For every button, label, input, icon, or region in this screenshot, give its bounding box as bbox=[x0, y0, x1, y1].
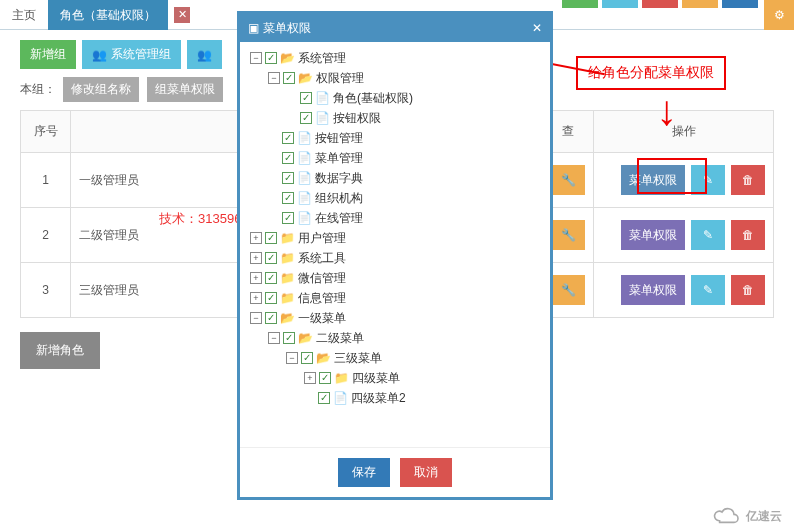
wrench-icon[interactable]: 🔧 bbox=[551, 220, 585, 250]
checkbox[interactable]: ✓ bbox=[300, 112, 312, 124]
folder-open-icon: 📂 bbox=[280, 308, 295, 328]
col-op: 操作 bbox=[594, 111, 774, 153]
rename-group-tag[interactable]: 修改组名称 bbox=[63, 77, 139, 102]
checkbox[interactable]: ✓ bbox=[282, 132, 294, 144]
tree-label[interactable]: 按钮权限 bbox=[333, 108, 381, 128]
group-menu-perm-tag[interactable]: 组菜单权限 bbox=[147, 77, 223, 102]
tree-label[interactable]: 菜单管理 bbox=[315, 148, 363, 168]
expand-icon[interactable]: + bbox=[304, 372, 316, 384]
tree-label[interactable]: 四级菜单2 bbox=[351, 388, 406, 408]
close-icon[interactable]: ✕ bbox=[532, 21, 542, 35]
window-icon: ▣ bbox=[248, 21, 259, 35]
new-role-button[interactable]: 新增角色 bbox=[20, 332, 100, 369]
menu-perm-button[interactable]: 菜单权限 bbox=[621, 275, 685, 305]
tree-label[interactable]: 三级菜单 bbox=[334, 348, 382, 368]
close-icon[interactable]: ✕ bbox=[174, 7, 190, 23]
checkbox[interactable]: ✓ bbox=[265, 272, 277, 284]
checkbox[interactable]: ✓ bbox=[283, 72, 295, 84]
tree-label[interactable]: 组织机构 bbox=[315, 188, 363, 208]
brand-logo: 亿速云 bbox=[710, 506, 782, 526]
checkbox[interactable]: ✓ bbox=[282, 212, 294, 224]
expand-icon[interactable]: + bbox=[250, 292, 262, 304]
folder-open-icon: 📂 bbox=[280, 48, 295, 68]
tab-role[interactable]: 角色（基础权限） bbox=[48, 0, 168, 30]
menu-perm-button[interactable]: 菜单权限 bbox=[621, 220, 685, 250]
checkbox[interactable]: ✓ bbox=[282, 192, 294, 204]
group-button-extra[interactable]: 👥 bbox=[187, 40, 222, 69]
tree-label[interactable]: 四级菜单 bbox=[352, 368, 400, 388]
tree-label[interactable]: 一级菜单 bbox=[298, 308, 346, 328]
checkbox[interactable]: ✓ bbox=[265, 292, 277, 304]
tree-label[interactable]: 系统工具 bbox=[298, 248, 346, 268]
checkbox[interactable]: ✓ bbox=[301, 352, 313, 364]
folder-icon: 📁 bbox=[280, 248, 295, 268]
edit-icon[interactable]: ✎ bbox=[691, 275, 725, 305]
checkbox[interactable]: ✓ bbox=[300, 92, 312, 104]
edit-icon[interactable]: ✎ bbox=[691, 220, 725, 250]
file-icon: 📄 bbox=[297, 188, 312, 208]
dialog-title: 菜单权限 bbox=[263, 20, 311, 37]
folder-open-icon: 📂 bbox=[298, 328, 313, 348]
trash-icon[interactable]: 🗑 bbox=[731, 220, 765, 250]
tree-label[interactable]: 权限管理 bbox=[316, 68, 364, 88]
perm-tree: −✓📂系统管理 −✓📂权限管理 ✓📄角色(基础权限) ✓📄按钮权限 ✓📄按钮管理… bbox=[240, 42, 550, 447]
tree-label[interactable]: 角色(基础权限) bbox=[333, 88, 413, 108]
new-group-button[interactable]: 新增组 bbox=[20, 40, 76, 69]
cloud-icon bbox=[710, 506, 742, 526]
tab-home[interactable]: 主页 bbox=[0, 0, 48, 30]
expand-icon[interactable]: + bbox=[250, 252, 262, 264]
collapse-icon[interactable]: − bbox=[268, 332, 280, 344]
checkbox[interactable]: ✓ bbox=[265, 312, 277, 324]
collapse-icon[interactable]: − bbox=[286, 352, 298, 364]
gear-icon[interactable]: ⚙ bbox=[764, 0, 794, 30]
tree-label[interactable]: 信息管理 bbox=[298, 288, 346, 308]
expand-icon[interactable]: + bbox=[250, 232, 262, 244]
tree-label[interactable]: 按钮管理 bbox=[315, 128, 363, 148]
users-icon: 👥 bbox=[197, 48, 212, 62]
folder-icon: 📁 bbox=[280, 268, 295, 288]
tree-label[interactable]: 系统管理 bbox=[298, 48, 346, 68]
arrow-down-icon: ↓ bbox=[656, 90, 677, 132]
top-color-strip bbox=[560, 0, 760, 10]
checkbox[interactable]: ✓ bbox=[318, 392, 330, 404]
file-icon: 📄 bbox=[315, 88, 330, 108]
save-button[interactable]: 保存 bbox=[338, 458, 390, 487]
folder-open-icon: 📂 bbox=[316, 348, 331, 368]
trash-icon[interactable]: 🗑 bbox=[731, 165, 765, 195]
wrench-icon[interactable]: 🔧 bbox=[551, 165, 585, 195]
file-icon: 📄 bbox=[297, 128, 312, 148]
tree-label[interactable]: 在线管理 bbox=[315, 208, 363, 228]
trash-icon[interactable]: 🗑 bbox=[731, 275, 765, 305]
collapse-icon[interactable]: − bbox=[250, 312, 262, 324]
checkbox[interactable]: ✓ bbox=[282, 152, 294, 164]
sysadmin-group-button[interactable]: 👥系统管理组 bbox=[82, 40, 181, 69]
file-icon: 📄 bbox=[315, 108, 330, 128]
tree-label[interactable]: 微信管理 bbox=[298, 268, 346, 288]
checkbox[interactable]: ✓ bbox=[265, 52, 277, 64]
expand-icon[interactable]: + bbox=[250, 272, 262, 284]
folder-icon: 📁 bbox=[334, 368, 349, 388]
checkbox[interactable]: ✓ bbox=[282, 172, 294, 184]
file-icon: 📄 bbox=[297, 208, 312, 228]
cell-no: 2 bbox=[21, 208, 71, 263]
users-icon: 👥 bbox=[92, 48, 107, 62]
folder-open-icon: 📂 bbox=[298, 68, 313, 88]
tree-label[interactable]: 二级菜单 bbox=[316, 328, 364, 348]
checkbox[interactable]: ✓ bbox=[265, 252, 277, 264]
collapse-icon[interactable]: − bbox=[268, 72, 280, 84]
highlight-rect bbox=[637, 158, 707, 194]
file-icon: 📄 bbox=[297, 148, 312, 168]
checkbox[interactable]: ✓ bbox=[319, 372, 331, 384]
wrench-icon[interactable]: 🔧 bbox=[551, 275, 585, 305]
tree-label[interactable]: 用户管理 bbox=[298, 228, 346, 248]
checkbox[interactable]: ✓ bbox=[283, 332, 295, 344]
cancel-button[interactable]: 取消 bbox=[400, 458, 452, 487]
dialog-header[interactable]: ▣菜单权限 ✕ bbox=[240, 14, 550, 42]
dialog-footer: 保存 取消 bbox=[240, 447, 550, 497]
col-no: 序号 bbox=[21, 111, 71, 153]
checkbox[interactable]: ✓ bbox=[265, 232, 277, 244]
cell-no: 3 bbox=[21, 263, 71, 318]
collapse-icon[interactable]: − bbox=[250, 52, 262, 64]
menu-perm-dialog: ▣菜单权限 ✕ −✓📂系统管理 −✓📂权限管理 ✓📄角色(基础权限) ✓📄按钮权… bbox=[237, 11, 553, 500]
tree-label[interactable]: 数据字典 bbox=[315, 168, 363, 188]
